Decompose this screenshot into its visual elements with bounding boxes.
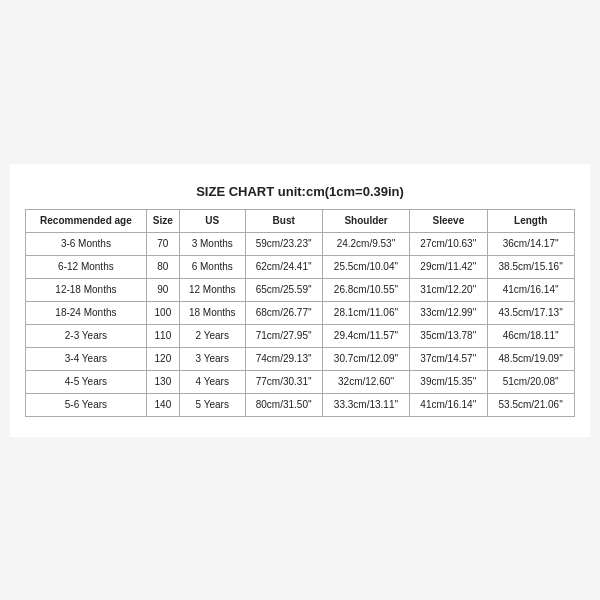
- table-cell: 62cm/24.41'': [245, 255, 322, 278]
- table-cell: 100: [146, 301, 179, 324]
- table-cell: 39cm/15.35'': [410, 370, 487, 393]
- table-row: 18-24 Months10018 Months68cm/26.77''28.1…: [26, 301, 575, 324]
- column-header: Shoulder: [322, 209, 409, 232]
- size-table: Recommended ageSizeUSBustShoulderSleeveL…: [25, 209, 575, 417]
- column-header: Length: [487, 209, 575, 232]
- table-row: 12-18 Months9012 Months65cm/25.59''26.8c…: [26, 278, 575, 301]
- table-cell: 68cm/26.77'': [245, 301, 322, 324]
- table-cell: 5 Years: [179, 393, 245, 416]
- table-cell: 53.5cm/21.06'': [487, 393, 575, 416]
- table-cell: 35cm/13.78'': [410, 324, 487, 347]
- table-cell: 110: [146, 324, 179, 347]
- table-cell: 2-3 Years: [26, 324, 147, 347]
- table-cell: 31cm/12.20'': [410, 278, 487, 301]
- table-cell: 6-12 Months: [26, 255, 147, 278]
- table-body: 3-6 Months703 Months59cm/23.23''24.2cm/9…: [26, 232, 575, 416]
- table-cell: 37cm/14.57'': [410, 347, 487, 370]
- table-cell: 4-5 Years: [26, 370, 147, 393]
- table-cell: 71cm/27.95'': [245, 324, 322, 347]
- table-cell: 33cm/12.99'': [410, 301, 487, 324]
- table-cell: 140: [146, 393, 179, 416]
- table-cell: 29cm/11.42'': [410, 255, 487, 278]
- table-cell: 33.3cm/13.11'': [322, 393, 409, 416]
- column-header: Recommended age: [26, 209, 147, 232]
- table-header-row: Recommended ageSizeUSBustShoulderSleeveL…: [26, 209, 575, 232]
- table-cell: 12 Months: [179, 278, 245, 301]
- table-cell: 28.1cm/11.06'': [322, 301, 409, 324]
- table-cell: 51cm/20.08'': [487, 370, 575, 393]
- chart-title: SIZE CHART unit:cm(1cm=0.39in): [25, 184, 575, 199]
- table-cell: 74cm/29.13'': [245, 347, 322, 370]
- table-cell: 80: [146, 255, 179, 278]
- table-cell: 48.5cm/19.09'': [487, 347, 575, 370]
- table-row: 5-6 Years1405 Years80cm/31.50''33.3cm/13…: [26, 393, 575, 416]
- table-cell: 36cm/14.17'': [487, 232, 575, 255]
- table-cell: 3 Years: [179, 347, 245, 370]
- column-header: Bust: [245, 209, 322, 232]
- table-cell: 41cm/16.14'': [487, 278, 575, 301]
- table-cell: 59cm/23.23'': [245, 232, 322, 255]
- table-cell: 18 Months: [179, 301, 245, 324]
- table-cell: 32cm/12.60'': [322, 370, 409, 393]
- table-row: 6-12 Months806 Months62cm/24.41''25.5cm/…: [26, 255, 575, 278]
- table-cell: 65cm/25.59'': [245, 278, 322, 301]
- table-cell: 80cm/31.50'': [245, 393, 322, 416]
- column-header: Sleeve: [410, 209, 487, 232]
- table-cell: 2 Years: [179, 324, 245, 347]
- table-cell: 70: [146, 232, 179, 255]
- table-cell: 12-18 Months: [26, 278, 147, 301]
- table-cell: 3 Months: [179, 232, 245, 255]
- column-header: Size: [146, 209, 179, 232]
- table-row: 3-4 Years1203 Years74cm/29.13''30.7cm/12…: [26, 347, 575, 370]
- table-cell: 29.4cm/11.57'': [322, 324, 409, 347]
- table-cell: 90: [146, 278, 179, 301]
- table-cell: 4 Years: [179, 370, 245, 393]
- table-cell: 43.5cm/17.13'': [487, 301, 575, 324]
- column-header: US: [179, 209, 245, 232]
- table-cell: 25.5cm/10.04'': [322, 255, 409, 278]
- table-cell: 27cm/10.63'': [410, 232, 487, 255]
- table-cell: 26.8cm/10.55'': [322, 278, 409, 301]
- table-cell: 3-6 Months: [26, 232, 147, 255]
- table-cell: 77cm/30.31'': [245, 370, 322, 393]
- table-cell: 18-24 Months: [26, 301, 147, 324]
- table-cell: 30.7cm/12.09'': [322, 347, 409, 370]
- table-row: 4-5 Years1304 Years77cm/30.31''32cm/12.6…: [26, 370, 575, 393]
- table-cell: 24.2cm/9.53'': [322, 232, 409, 255]
- size-chart-container: SIZE CHART unit:cm(1cm=0.39in) Recommend…: [10, 164, 590, 437]
- table-cell: 38.5cm/15.16'': [487, 255, 575, 278]
- table-cell: 3-4 Years: [26, 347, 147, 370]
- table-row: 3-6 Months703 Months59cm/23.23''24.2cm/9…: [26, 232, 575, 255]
- table-cell: 41cm/16.14'': [410, 393, 487, 416]
- table-row: 2-3 Years1102 Years71cm/27.95''29.4cm/11…: [26, 324, 575, 347]
- table-cell: 130: [146, 370, 179, 393]
- table-cell: 120: [146, 347, 179, 370]
- table-cell: 46cm/18.11'': [487, 324, 575, 347]
- table-cell: 5-6 Years: [26, 393, 147, 416]
- table-cell: 6 Months: [179, 255, 245, 278]
